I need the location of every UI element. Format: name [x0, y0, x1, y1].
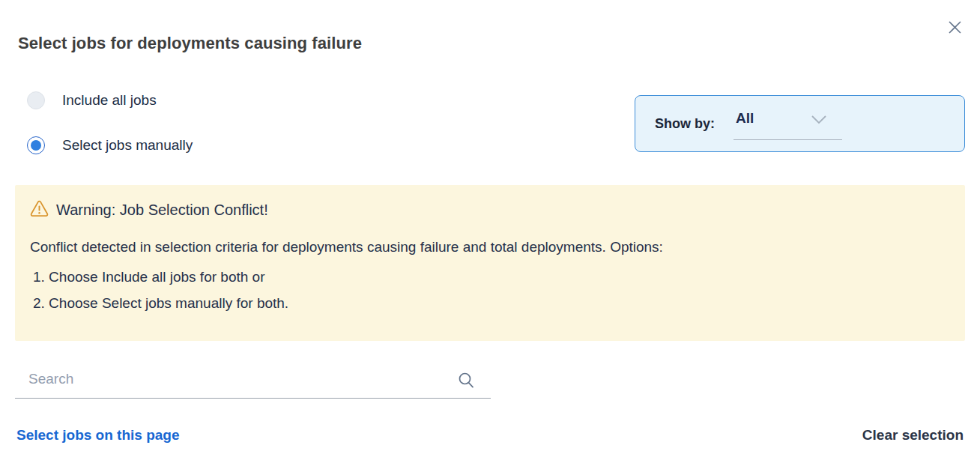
clear-selection-button[interactable]: Clear selection [862, 427, 964, 444]
show-by-label: Show by: [655, 116, 715, 132]
warning-title: Warning: Job Selection Conflict! [56, 202, 268, 219]
search-icon[interactable] [458, 372, 474, 392]
show-by-value: All [734, 107, 754, 127]
warning-body-text: Conflict detected in selection criteria … [30, 237, 950, 256]
warning-option-2: 2. Choose Select jobs manually for both. [30, 290, 950, 316]
radio-button-selected[interactable] [27, 136, 45, 154]
chevron-down-icon [811, 115, 827, 128]
show-by-select[interactable]: All [734, 107, 842, 140]
search-input[interactable] [15, 364, 491, 398]
search-field [15, 364, 491, 399]
warning-banner: Warning: Job Selection Conflict! Conflic… [15, 185, 965, 341]
radio-label: Include all jobs [62, 92, 157, 109]
show-by-panel: Show by: All [635, 95, 965, 152]
radio-button-unselected[interactable] [27, 91, 45, 109]
radio-label: Select jobs manually [62, 137, 193, 154]
warning-header: Warning: Job Selection Conflict! [30, 200, 950, 220]
warning-option-1: 1. Choose Include all jobs for both or [30, 264, 950, 290]
close-button[interactable] [946, 19, 964, 37]
radio-include-all-jobs[interactable]: Include all jobs [27, 91, 157, 109]
select-jobs-dialog: Select jobs for deployments causing fail… [0, 0, 980, 472]
page-title: Select jobs for deployments causing fail… [18, 34, 362, 53]
warning-options-list: 1. Choose Include all jobs for both or 2… [30, 264, 950, 316]
radio-select-jobs-manually[interactable]: Select jobs manually [27, 136, 193, 154]
close-icon [948, 20, 962, 37]
warning-triangle-icon [30, 200, 49, 220]
select-jobs-on-page-link[interactable]: Select jobs on this page [16, 427, 180, 444]
